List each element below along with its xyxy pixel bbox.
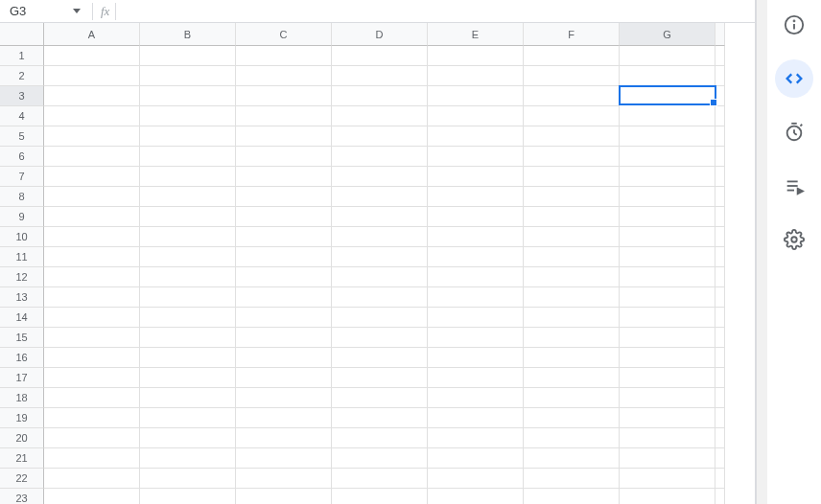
row-header[interactable]: 6	[0, 147, 44, 167]
cell[interactable]	[428, 428, 524, 448]
info-button[interactable]	[775, 6, 813, 44]
cell[interactable]	[236, 227, 332, 247]
cell[interactable]	[620, 348, 715, 368]
name-box[interactable]: G3	[4, 2, 69, 21]
cell[interactable]	[332, 287, 428, 308]
cell[interactable]	[332, 147, 428, 167]
cell[interactable]	[524, 187, 620, 207]
cell[interactable]	[236, 167, 332, 187]
cell[interactable]	[524, 207, 620, 227]
cell[interactable]	[620, 469, 715, 489]
cell[interactable]	[620, 227, 715, 247]
cell[interactable]	[332, 86, 428, 106]
cell[interactable]	[140, 489, 236, 504]
column-header[interactable]: C	[236, 23, 332, 46]
cell[interactable]	[428, 247, 524, 267]
row-header[interactable]: 13	[0, 287, 44, 308]
cell[interactable]	[428, 126, 524, 147]
cell[interactable]	[140, 348, 236, 368]
cell[interactable]	[236, 328, 332, 348]
cell[interactable]	[620, 187, 715, 207]
cell[interactable]	[44, 348, 140, 368]
cell[interactable]	[524, 287, 620, 308]
cell[interactable]	[332, 448, 428, 469]
cell[interactable]	[524, 308, 620, 328]
cell[interactable]	[140, 368, 236, 388]
cell[interactable]	[524, 46, 620, 66]
cell[interactable]	[140, 308, 236, 328]
select-all-corner[interactable]	[0, 23, 44, 46]
row-header[interactable]: 16	[0, 348, 44, 368]
row-header[interactable]: 19	[0, 408, 44, 428]
spreadsheet-grid[interactable]: ABCDEFG123456789101112131415161718192021…	[0, 23, 755, 504]
cell[interactable]	[332, 308, 428, 328]
cell[interactable]	[620, 267, 715, 287]
cell[interactable]	[140, 428, 236, 448]
cell[interactable]	[620, 247, 715, 267]
settings-button[interactable]	[775, 220, 813, 259]
cell[interactable]	[620, 408, 715, 428]
cell[interactable]	[524, 126, 620, 147]
cell[interactable]	[620, 388, 715, 408]
playlist-button[interactable]	[775, 167, 813, 205]
column-header[interactable]: G	[620, 23, 715, 46]
cell[interactable]	[428, 489, 524, 504]
cell[interactable]	[620, 106, 715, 126]
row-header[interactable]: 3	[0, 86, 44, 106]
column-header[interactable]: B	[140, 23, 236, 46]
column-header[interactable]: D	[332, 23, 428, 46]
cell[interactable]	[524, 428, 620, 448]
cell[interactable]	[236, 448, 332, 469]
cell[interactable]	[428, 167, 524, 187]
cell[interactable]	[428, 308, 524, 328]
cell[interactable]	[620, 308, 715, 328]
cell[interactable]	[140, 247, 236, 267]
cell[interactable]	[620, 66, 715, 86]
vertical-scrollbar[interactable]	[756, 0, 767, 504]
cell[interactable]	[428, 227, 524, 247]
cell[interactable]	[524, 489, 620, 504]
cell[interactable]	[140, 267, 236, 287]
cell[interactable]	[44, 328, 140, 348]
cell[interactable]	[332, 187, 428, 207]
code-button[interactable]	[775, 59, 813, 98]
cell[interactable]	[620, 46, 715, 66]
cell[interactable]	[236, 428, 332, 448]
cell[interactable]	[619, 85, 716, 105]
cell[interactable]	[428, 328, 524, 348]
cell[interactable]	[332, 207, 428, 227]
cell[interactable]	[44, 267, 140, 287]
cell[interactable]	[140, 66, 236, 86]
cell[interactable]	[620, 207, 715, 227]
cell[interactable]	[44, 247, 140, 267]
cell[interactable]	[140, 227, 236, 247]
cell[interactable]	[44, 66, 140, 86]
cell[interactable]	[620, 428, 715, 448]
cell[interactable]	[524, 348, 620, 368]
row-header[interactable]: 8	[0, 187, 44, 207]
cell[interactable]	[332, 348, 428, 368]
cell[interactable]	[44, 207, 140, 227]
cell[interactable]	[332, 489, 428, 504]
cell[interactable]	[236, 106, 332, 126]
row-header[interactable]: 7	[0, 167, 44, 187]
cell[interactable]	[236, 207, 332, 227]
row-header[interactable]: 2	[0, 66, 44, 86]
cell[interactable]	[44, 187, 140, 207]
cell[interactable]	[332, 126, 428, 147]
row-header[interactable]: 9	[0, 207, 44, 227]
cell[interactable]	[44, 308, 140, 328]
cell[interactable]	[236, 46, 332, 66]
cell[interactable]	[332, 388, 428, 408]
cell[interactable]	[44, 428, 140, 448]
column-header[interactable]: A	[44, 23, 140, 46]
cell[interactable]	[332, 428, 428, 448]
cell[interactable]	[44, 227, 140, 247]
cell[interactable]	[236, 126, 332, 147]
cell[interactable]	[524, 66, 620, 86]
row-header[interactable]: 18	[0, 388, 44, 408]
cell[interactable]	[524, 368, 620, 388]
row-header[interactable]: 4	[0, 106, 44, 126]
cell[interactable]	[44, 388, 140, 408]
cell[interactable]	[44, 287, 140, 308]
